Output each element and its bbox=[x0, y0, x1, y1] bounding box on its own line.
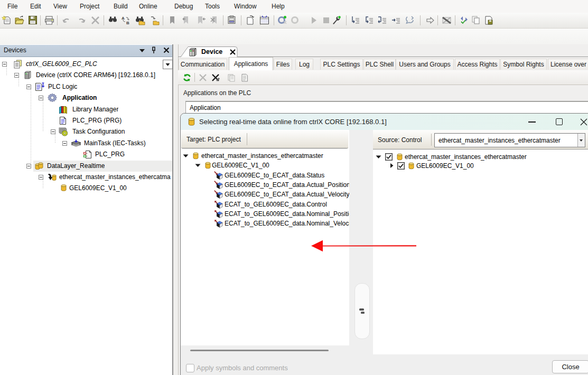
svg-text:B: B bbox=[126, 21, 129, 25]
